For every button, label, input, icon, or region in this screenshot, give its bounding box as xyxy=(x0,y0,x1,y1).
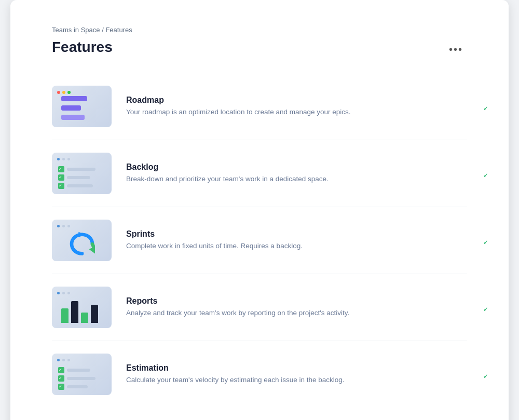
estimation-row-3 xyxy=(58,384,88,390)
more-options-button[interactable]: ••• xyxy=(445,42,467,57)
feature-desc-estimation: Calculate your team's velocity by estima… xyxy=(126,375,455,385)
feature-thumbnail-sprints xyxy=(52,220,112,261)
window-dot-s2 xyxy=(62,225,65,227)
svg-line-2 xyxy=(92,244,95,250)
window-dot-2 xyxy=(62,158,65,160)
feature-name-roadmap: Roadmap xyxy=(126,96,455,105)
window-dot-3 xyxy=(67,158,70,160)
window-dot-e2 xyxy=(62,359,65,361)
chart-bar-2 xyxy=(71,301,78,323)
feature-thumbnail-reports xyxy=(52,287,112,328)
main-window: Teams in Space / Features Features ••• R… xyxy=(10,0,509,420)
roadmap-bar-2 xyxy=(61,105,81,111)
toggle-thumb-roadmap: ✓ xyxy=(480,103,490,114)
feature-desc-roadmap: Your roadmap is an optimized location to… xyxy=(126,107,455,117)
estimation-row-2 xyxy=(58,375,95,382)
feature-list: Roadmap Your roadmap is an optimized loc… xyxy=(52,73,467,408)
est-check-3 xyxy=(58,384,64,390)
toggle-check-sprints: ✓ xyxy=(483,239,488,246)
feature-desc-sprints: Complete work in fixed units of time. Re… xyxy=(126,241,455,251)
feature-item-backlog: Backlog Break-down and prioritize your t… xyxy=(52,140,467,207)
est-line-3 xyxy=(67,385,88,388)
feature-thumbnail-roadmap xyxy=(52,86,112,127)
est-check-2 xyxy=(58,375,64,382)
feature-item-reports: Reports Analyze and track your team's wo… xyxy=(52,274,467,341)
sprint-icon-svg xyxy=(69,230,95,256)
backlog-line-2 xyxy=(67,176,90,179)
backlog-row-2 xyxy=(58,174,90,181)
toggle-check-reports: ✓ xyxy=(483,306,488,313)
feature-name-reports: Reports xyxy=(126,296,455,306)
roadmap-bar-3 xyxy=(61,115,85,120)
window-dot-r2 xyxy=(62,292,65,294)
toggle-check-backlog: ✓ xyxy=(483,172,488,179)
toggle-thumb-reports: ✓ xyxy=(480,304,490,315)
est-check-1 xyxy=(58,367,64,373)
breadcrumb-current: Features xyxy=(105,26,132,34)
toggle-thumb-estimation: ✓ xyxy=(480,371,490,382)
backlog-check-3 xyxy=(58,183,64,189)
toggle-thumb-backlog: ✓ xyxy=(480,170,490,181)
page-header: Features ••• xyxy=(52,39,467,57)
feature-content-sprints: Sprints Complete work in fixed units of … xyxy=(126,229,455,251)
window-dot-e1 xyxy=(57,359,60,361)
toggle-check-estimation: ✓ xyxy=(483,373,488,380)
window-dot-s3 xyxy=(67,225,70,227)
window-dot-e3 xyxy=(67,359,70,361)
chart-bar-4 xyxy=(91,305,98,323)
feature-item-estimation: Estimation Calculate your team's velocit… xyxy=(52,341,467,408)
toggle-check-roadmap: ✓ xyxy=(483,105,488,112)
page-title: Features xyxy=(52,39,113,56)
feature-desc-reports: Analyze and track your team's work by re… xyxy=(126,308,455,318)
feature-name-backlog: Backlog xyxy=(126,162,455,172)
backlog-line-3 xyxy=(67,184,93,187)
feature-content-roadmap: Roadmap Your roadmap is an optimized loc… xyxy=(126,96,455,117)
backlog-check-1 xyxy=(58,166,64,172)
backlog-row-3 xyxy=(58,183,93,189)
breadcrumb-separator: / xyxy=(102,26,104,34)
window-dot-s1 xyxy=(57,225,60,227)
estimation-row-1 xyxy=(58,367,90,373)
roadmap-bar-1 xyxy=(61,96,87,101)
feature-desc-backlog: Break-down and prioritize your team's wo… xyxy=(126,174,455,184)
chart-bar-1 xyxy=(61,308,69,323)
feature-item-sprints: Sprints Complete work in fixed units of … xyxy=(52,207,467,274)
backlog-check-2 xyxy=(58,174,64,181)
est-line-2 xyxy=(67,377,95,380)
backlog-row-1 xyxy=(58,166,95,172)
feature-thumbnail-backlog xyxy=(52,153,112,194)
window-dot-1 xyxy=(57,158,60,160)
feature-item-roadmap: Roadmap Your roadmap is an optimized loc… xyxy=(52,73,467,140)
feature-content-reports: Reports Analyze and track your team's wo… xyxy=(126,296,455,318)
window-dot-yellow xyxy=(62,91,65,94)
est-line-1 xyxy=(67,369,90,372)
feature-thumbnail-estimation xyxy=(52,354,112,395)
window-dot-green xyxy=(67,91,71,94)
breadcrumb-parent[interactable]: Teams in Space xyxy=(52,26,100,34)
chart-bar-3 xyxy=(81,313,88,323)
feature-name-estimation: Estimation xyxy=(126,363,455,373)
window-dot-red xyxy=(57,91,60,94)
toggle-thumb-sprints: ✓ xyxy=(480,237,490,248)
window-dot-r1 xyxy=(57,292,60,294)
breadcrumb: Teams in Space / Features xyxy=(52,26,467,34)
window-dot-r3 xyxy=(67,292,70,294)
feature-name-sprints: Sprints xyxy=(126,229,455,239)
chart-bars xyxy=(61,301,98,323)
feature-content-backlog: Backlog Break-down and prioritize your t… xyxy=(126,162,455,184)
feature-content-estimation: Estimation Calculate your team's velocit… xyxy=(126,363,455,385)
backlog-line-1 xyxy=(67,168,95,171)
